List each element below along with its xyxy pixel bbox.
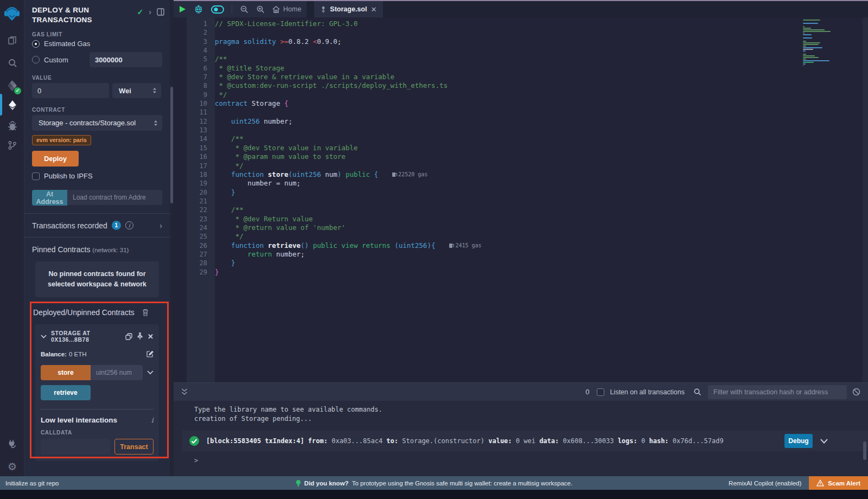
code-line[interactable]: 28 }	[174, 259, 482, 267]
remix-logo-icon[interactable]	[3, 4, 21, 23]
store-args-input[interactable]	[91, 365, 143, 380]
code-content[interactable]: 1// SPDX-License-Identifier: GPL-3.023pr…	[174, 20, 482, 277]
estimated-gas-radio[interactable]	[32, 40, 40, 48]
custom-gas-input[interactable]	[90, 52, 162, 67]
code-line[interactable]: 10contract Storage {	[174, 99, 482, 108]
code-line[interactable]: 1// SPDX-License-Identifier: GPL-3.0	[174, 20, 482, 28]
code-line[interactable]: 27 return number;	[174, 250, 482, 259]
at-address-input[interactable]	[67, 190, 162, 205]
code-line[interactable]: 2	[174, 28, 482, 37]
calldata-input[interactable]	[41, 439, 110, 455]
clear-console-icon[interactable]	[852, 388, 860, 396]
chevrons-down-icon[interactable]	[181, 388, 188, 395]
code-editor[interactable]: 1// SPDX-License-Identifier: GPL-3.023pr…	[174, 17, 868, 382]
scrollbar-thumb[interactable]	[170, 87, 173, 203]
chevron-down-icon[interactable]	[41, 335, 47, 338]
zoom-out-icon[interactable]	[240, 5, 248, 14]
scam-alert-button[interactable]: Scam Alert	[809, 476, 868, 490]
tab-storage-sol[interactable]: Storage.sol ✕	[314, 1, 383, 17]
tab-label: Storage.sol	[330, 5, 367, 13]
info-icon[interactable]: i	[151, 416, 154, 424]
code-line[interactable]: 9 */	[174, 91, 482, 99]
value-input[interactable]	[32, 83, 109, 98]
debugger-icon[interactable]	[0, 116, 24, 136]
close-icon[interactable]: ✕	[148, 332, 154, 341]
code-line[interactable]: 20 }	[174, 188, 482, 197]
chevron-down-icon[interactable]	[147, 370, 154, 375]
terminal-scrollbar-thumb[interactable]	[863, 442, 866, 460]
chevron-right-icon[interactable]: ›	[159, 221, 162, 230]
chevron-down-icon[interactable]	[820, 439, 828, 444]
git-init-button[interactable]: Initialize as git repo	[5, 480, 59, 487]
home-tab[interactable]: Home	[272, 5, 301, 13]
publish-to-ipfs-option[interactable]: Publish to IPFS	[32, 172, 162, 180]
minimap[interactable]	[803, 20, 834, 67]
low-level-interactions-title: Low level interactions	[41, 416, 117, 424]
contract-select[interactable]: Storage - contracts/Storage.sol	[32, 115, 162, 131]
code-line[interactable]: 22 /**	[174, 206, 482, 214]
settings-icon[interactable]: ⚙	[0, 457, 24, 476]
code-line[interactable]: 14 /**	[174, 135, 482, 143]
code-line[interactable]: 23 * @dev Return value	[174, 215, 482, 223]
code-line[interactable]: 16 * @param num value to store	[174, 152, 482, 161]
code-line[interactable]: 18 function store(uint256 num) public {2…	[174, 170, 482, 179]
panel-collapse-icon[interactable]: ›	[149, 8, 151, 16]
code-line[interactable]: 8 * @custom:dev-run-script ./scripts/dep…	[174, 81, 482, 90]
info-icon[interactable]: i	[125, 221, 133, 229]
code-line[interactable]: 6 * @title Storage	[174, 64, 482, 73]
code-line[interactable]: 19 number = num;	[174, 179, 482, 188]
editor-scrollbar[interactable]	[863, 17, 868, 382]
store-function-button[interactable]: store	[41, 365, 91, 380]
git-icon[interactable]	[0, 136, 24, 155]
search-icon[interactable]	[693, 388, 701, 396]
publish-ipfs-checkbox[interactable]	[32, 172, 40, 180]
file-explorer-icon[interactable]	[0, 30, 24, 50]
trash-icon[interactable]	[142, 309, 149, 316]
deploy-run-icon[interactable]	[0, 95, 24, 115]
code-line[interactable]: 15 * @dev Store value in variable	[174, 144, 482, 152]
pin-panel-icon[interactable]	[157, 8, 164, 16]
code-line[interactable]: 13	[174, 126, 482, 135]
terminal-prompt[interactable]: >	[194, 457, 868, 464]
code-line[interactable]: 26 function retrieve() public view retur…	[174, 241, 482, 250]
code-line[interactable]: 17 */	[174, 162, 482, 170]
transaction-log-row[interactable]: [block:5583405 txIndex:4] from: 0xa03...…	[182, 431, 868, 451]
edit-icon[interactable]	[146, 350, 154, 357]
code-line[interactable]: 29}	[174, 268, 482, 277]
divider	[232, 4, 232, 14]
code-line[interactable]: 25 */	[174, 232, 482, 241]
solidity-compiler-icon[interactable]: ✓	[0, 76, 24, 95]
terminal-filter-input[interactable]	[708, 385, 847, 399]
search-icon[interactable]	[0, 53, 24, 73]
ai-assistant-icon[interactable]	[194, 5, 203, 14]
close-tab-icon[interactable]: ✕	[371, 5, 376, 14]
estimated-gas-option[interactable]: Estimated Gas	[32, 40, 162, 48]
value-unit-select[interactable]: Wei	[112, 83, 161, 98]
at-address-button[interactable]: At Address	[32, 190, 67, 206]
zoom-in-icon[interactable]	[256, 5, 265, 14]
custom-gas-radio[interactable]	[32, 56, 40, 63]
transactions-recorded-row[interactable]: Transactions recorded 1 i ›	[24, 214, 170, 237]
transactions-count-badge: 1	[112, 221, 121, 230]
transact-button[interactable]: Transact	[114, 439, 154, 455]
plugin-manager-icon[interactable]	[0, 434, 24, 453]
retrieve-function-button[interactable]: retrieve	[41, 385, 91, 400]
copilot-toggle[interactable]	[211, 5, 224, 14]
deploy-button[interactable]: Deploy	[32, 151, 79, 167]
debug-button[interactable]: Debug	[784, 434, 813, 448]
code-line[interactable]: 3pragma solidity >=0.8.2 <0.9.0;	[174, 37, 482, 46]
panel-scrollbar[interactable]	[170, 0, 174, 476]
code-line[interactable]: 11	[174, 108, 482, 117]
pin-icon[interactable]	[137, 332, 143, 340]
code-line[interactable]: 12 uint256 number;	[174, 117, 482, 126]
copy-icon[interactable]	[125, 333, 132, 340]
code-line[interactable]: 5/**	[174, 55, 482, 63]
code-line[interactable]: 4	[174, 46, 482, 55]
run-script-icon[interactable]	[179, 5, 186, 13]
code-line[interactable]: 7 * @dev Store & retrieve value in a var…	[174, 73, 482, 81]
code-line[interactable]: 24 * @return value of 'number'	[174, 223, 482, 232]
code-line[interactable]: 21	[174, 197, 482, 206]
terminal-body[interactable]: Type the library name to see available c…	[174, 401, 868, 464]
copilot-status[interactable]: RemixAI Copilot (enabled)	[729, 480, 801, 487]
listen-all-checkbox[interactable]	[597, 388, 604, 396]
